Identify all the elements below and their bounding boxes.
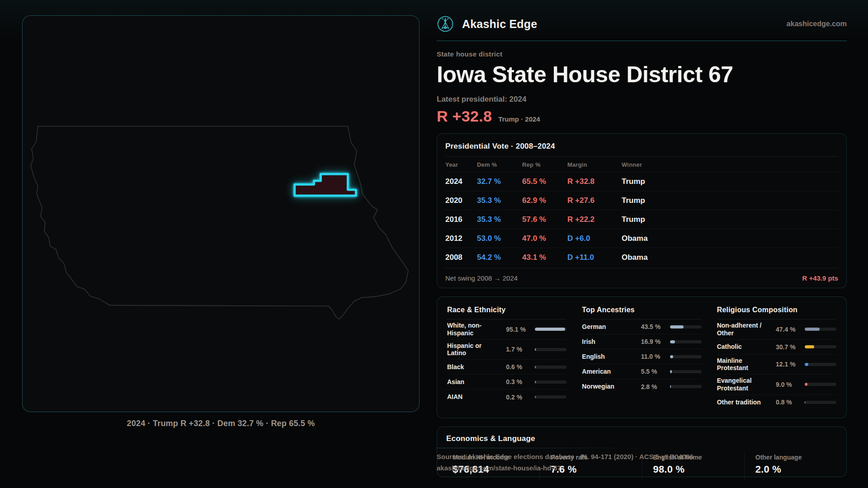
cell-winner: Trump xyxy=(622,177,838,186)
religious-composition-section: Religious Composition Non-adherent / Oth… xyxy=(717,306,836,410)
bar-track xyxy=(670,385,702,388)
site-domain-link[interactable]: akashicedge.com xyxy=(787,20,847,28)
bar-fill xyxy=(535,380,535,384)
economics-language-card: Economics & Language Median HH income$76… xyxy=(437,427,847,477)
iowa-state-outline xyxy=(31,126,408,319)
demo-value: 1.7 % xyxy=(506,346,530,353)
bar-track xyxy=(670,355,702,358)
demo-label: Hispanic or Latino xyxy=(447,342,501,357)
bar-fill xyxy=(670,325,684,328)
bar-fill xyxy=(670,385,671,388)
stat-value: 2.0 % xyxy=(755,464,846,475)
cell-rep-pct: 62.9 % xyxy=(522,196,567,205)
highlighted-district-shape[interactable] xyxy=(295,174,356,196)
race-ethnicity-list: White, non-Hispanic95.1 %Hispanic or Lat… xyxy=(447,319,566,404)
bar-fill xyxy=(805,383,807,386)
bar-fill xyxy=(670,355,674,358)
demo-value: 12.1 % xyxy=(776,361,800,368)
religious-composition-title: Religious Composition xyxy=(717,306,836,319)
table-body: 202432.7 %65.5 %R +32.8Trump202035.3 %62… xyxy=(445,172,838,267)
bar-fill xyxy=(535,348,535,351)
table-row: 202432.7 %65.5 %R +32.8Trump xyxy=(445,172,838,191)
stat-label: Poverty rate xyxy=(551,454,642,461)
demo-label: American xyxy=(582,368,636,375)
demo-value: 30.7 % xyxy=(776,343,800,351)
demo-row: Irish16.9 % xyxy=(582,334,701,349)
demo-label: Evangelical Protestant xyxy=(717,377,771,392)
stat-value: 98.0 % xyxy=(653,464,744,475)
col-rep: Rep % xyxy=(522,161,567,168)
demo-row: English11.0 % xyxy=(582,349,701,364)
demo-row: Other tradition0.8 % xyxy=(717,395,836,410)
demo-row: Catholic30.7 % xyxy=(717,340,836,355)
demo-row: German43.5 % xyxy=(582,319,701,334)
demo-row: AIAN0.2 % xyxy=(447,389,566,404)
bar-fill xyxy=(805,328,820,331)
demo-value: 47.4 % xyxy=(776,326,800,333)
demo-label: Catholic xyxy=(717,343,771,351)
stat-label: Median HH income xyxy=(453,454,539,461)
cell-winner: Trump xyxy=(622,196,838,205)
cell-margin: D +6.0 xyxy=(567,234,622,243)
demo-row: Non-adherent / Other47.4 % xyxy=(717,319,836,340)
table-row: 200854.2 %43.1 %D +11.0Obama xyxy=(445,248,838,267)
bar-track xyxy=(535,366,566,369)
top-ancestries-section: Top Ancestries German43.5 %Irish16.9 %En… xyxy=(582,306,701,410)
demo-value: 11.0 % xyxy=(641,353,665,360)
brand-title: Akashic Edge xyxy=(462,18,787,31)
stat-item: Median HH income$76,814 xyxy=(437,453,539,480)
col-year: Year xyxy=(445,161,477,168)
bar-track xyxy=(670,325,702,328)
presidential-card-title: Presidential Vote · 2008–2024 xyxy=(445,141,838,157)
cell-year: 2020 xyxy=(445,196,477,205)
bar-track xyxy=(805,383,836,386)
akashic-edge-logo-icon xyxy=(437,15,454,33)
headline-margin-context: Trump · 2024 xyxy=(498,115,540,123)
cell-rep-pct: 47.0 % xyxy=(522,234,567,243)
stat-label: English at home xyxy=(653,454,744,461)
demo-value: 9.0 % xyxy=(776,381,800,388)
demo-value: 43.5 % xyxy=(641,323,665,330)
top-ancestries-title: Top Ancestries xyxy=(582,306,701,319)
cell-winner: Obama xyxy=(622,253,838,262)
bar-fill xyxy=(805,401,805,404)
demo-value: 0.8 % xyxy=(776,399,800,406)
demo-row: American5.5 % xyxy=(582,364,701,379)
cell-rep-pct: 43.1 % xyxy=(522,253,567,262)
cell-year: 2012 xyxy=(445,234,477,243)
net-swing-label: Net swing 2008 → 2024 xyxy=(445,274,518,282)
detail-column: Akashic Edge akashicedge.com State house… xyxy=(437,14,847,477)
demo-label: AIAN xyxy=(447,393,501,401)
economics-stats-row: Median HH income$76,814Poverty rate7.6 %… xyxy=(437,453,846,480)
cell-margin: D +11.0 xyxy=(567,253,622,262)
bar-fill xyxy=(805,363,808,366)
kicker-label: State house district xyxy=(437,50,847,58)
bar-fill xyxy=(670,370,672,373)
religious-composition-list: Non-adherent / Other47.4 %Catholic30.7 %… xyxy=(717,319,836,410)
demo-value: 0.2 % xyxy=(506,394,530,401)
bar-track xyxy=(805,345,836,348)
site-header: Akashic Edge akashicedge.com xyxy=(437,14,847,34)
demo-row: Asian0.3 % xyxy=(447,375,566,389)
demographics-card: Race & Ethnicity White, non-Hispanic95.1… xyxy=(437,296,847,418)
net-swing-value: R +43.9 pts xyxy=(802,274,838,282)
col-margin: Margin xyxy=(567,161,622,168)
iowa-map xyxy=(23,16,419,412)
col-winner: Winner xyxy=(622,161,838,168)
cell-year: 2008 xyxy=(445,253,477,262)
cell-dem-pct: 32.7 % xyxy=(477,177,522,186)
table-row: 201253.0 %47.0 %D +6.0Obama xyxy=(445,229,838,248)
stat-item: English at home98.0 % xyxy=(642,453,744,480)
demo-value: 2.8 % xyxy=(641,383,665,390)
demo-row: Black0.6 % xyxy=(447,360,566,375)
demo-row: Hispanic or Latino1.7 % xyxy=(447,340,566,360)
cell-dem-pct: 35.3 % xyxy=(477,196,522,205)
cell-rep-pct: 65.5 % xyxy=(522,177,567,186)
page-title: Iowa State House District 67 xyxy=(437,61,847,88)
bar-fill xyxy=(535,328,565,331)
cell-margin: R +22.2 xyxy=(567,215,622,224)
cell-margin: R +27.6 xyxy=(567,196,622,205)
cell-year: 2016 xyxy=(445,215,477,224)
table-row: 201635.3 %57.6 %R +22.2Trump xyxy=(445,210,838,229)
demo-row: White, non-Hispanic95.1 % xyxy=(447,319,566,340)
